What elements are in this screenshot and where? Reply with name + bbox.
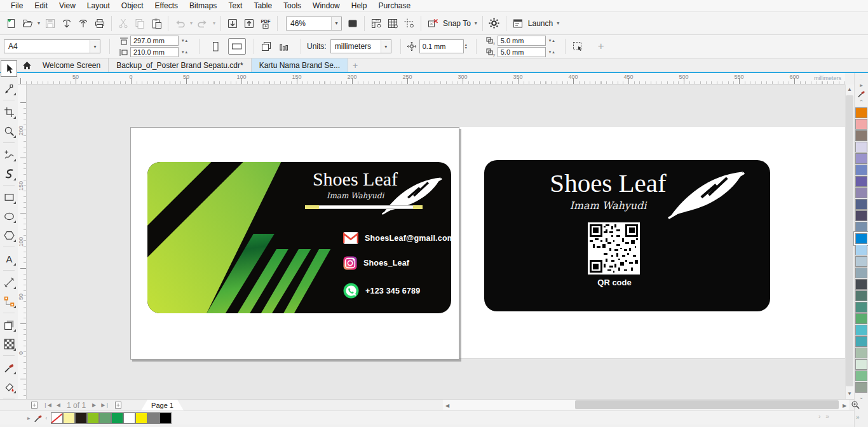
palette-flyout-arrow[interactable]: ▸ — [860, 81, 863, 90]
palette-swatch[interactable] — [855, 359, 867, 370]
docpalette-flyout-arrow[interactable]: ▸ — [25, 415, 32, 421]
horizontal-scrollbar[interactable]: ◀ ▶ — [443, 400, 849, 410]
tool-transparency[interactable] — [1, 336, 17, 352]
launch-caret[interactable]: ▾ — [555, 20, 561, 26]
docpalette-swatch[interactable] — [147, 412, 159, 424]
set-size-current-page-button[interactable] — [275, 38, 293, 55]
docpalette-swatch[interactable] — [159, 412, 172, 424]
palette-swatch[interactable] — [855, 107, 867, 118]
portrait-orientation-button[interactable] — [207, 38, 224, 55]
docpalette-eyedropper-icon[interactable] — [34, 414, 43, 423]
tool-polygon[interactable] — [1, 227, 17, 243]
palette-expand-icon[interactable]: » — [856, 414, 860, 421]
duplicate-distance-x-field[interactable]: 5.0 mm — [498, 36, 546, 46]
docpalette-swatch[interactable] — [111, 412, 123, 424]
document-navigator-icon[interactable] — [850, 399, 860, 410]
tool-artistic-media[interactable] — [1, 165, 17, 182]
menu-window[interactable]: Window — [307, 0, 346, 12]
tool-drop-shadow[interactable] — [1, 316, 17, 333]
scroll-down-arrow[interactable]: ▼ — [845, 389, 854, 398]
palette-swatch[interactable] — [855, 302, 867, 313]
show-guidelines-button[interactable] — [401, 15, 417, 32]
menu-view[interactable]: View — [53, 0, 81, 12]
tool-pick[interactable] — [1, 60, 17, 77]
redo-dropdown-caret[interactable]: ▾ — [211, 20, 217, 26]
palette-swatch[interactable] — [855, 256, 867, 267]
new-tab-button[interactable]: + — [348, 58, 362, 72]
menu-text[interactable]: Text — [222, 0, 248, 12]
launch-icon[interactable] — [510, 15, 526, 32]
page-height-spinner[interactable]: ▾▴ — [180, 50, 190, 55]
open-from-cloud-button[interactable] — [58, 15, 75, 32]
menu-effects[interactable]: Effects — [149, 0, 184, 12]
page-width-field[interactable]: 297.0 mm — [130, 36, 179, 46]
snap-to-label[interactable]: Snap To — [443, 19, 471, 28]
tab-backup-poster[interactable]: Backup_of_Poster Brand Sepatu.cdr* — [109, 58, 251, 72]
last-page-arrow[interactable]: ▶❘ — [98, 402, 112, 408]
units-combo[interactable]: millimeters ▾ — [330, 39, 391, 53]
palette-swatch[interactable] — [855, 325, 867, 336]
status-bar-overflow-icons[interactable]: ›» — [818, 413, 834, 420]
tab-welcome-screen[interactable]: Welcome Screen — [35, 58, 109, 72]
show-rulers-button[interactable] — [368, 15, 384, 32]
palette-swatch[interactable] — [855, 370, 867, 381]
snap-to-caret[interactable]: ▾ — [473, 20, 479, 26]
set-size-all-pages-button[interactable] — [257, 38, 275, 55]
publish-to-pdf-button[interactable]: PDF — [257, 15, 274, 32]
docpalette-swatch[interactable] — [135, 412, 147, 424]
menu-object[interactable]: Object — [116, 0, 149, 12]
menu-help[interactable]: Help — [346, 0, 373, 12]
menu-file[interactable]: File — [5, 0, 29, 12]
undo-dropdown-caret[interactable]: ▾ — [188, 20, 194, 26]
docpalette-swatch[interactable] — [63, 412, 75, 424]
page-size-preset-combo[interactable]: A4 ▾ — [4, 39, 100, 53]
zoom-level-combo[interactable]: 46% ▾ — [286, 17, 342, 30]
business-card-front[interactable]: Shoes Leaf Imam Wahyudi ShoesLeaf@gmail.… — [147, 162, 451, 313]
tool-crop[interactable] — [1, 104, 17, 120]
undo-button[interactable] — [172, 15, 188, 32]
palette-swatch[interactable] — [855, 279, 867, 290]
full-screen-preview-button[interactable] — [344, 15, 361, 32]
nudge-distance-field[interactable]: 0.1 mm — [419, 39, 464, 53]
save-button[interactable] — [42, 15, 58, 32]
business-card-back[interactable]: Shoes Leaf Imam Wahyudi QR code — [484, 160, 770, 311]
show-grid-button[interactable] — [384, 15, 401, 32]
add-page-after-icon[interactable] — [112, 401, 125, 409]
launch-label[interactable]: Launch — [528, 19, 553, 28]
nudge-spinner[interactable]: ▴▾ — [464, 43, 468, 50]
open-dropdown-caret[interactable]: ▾ — [36, 20, 42, 26]
export-button[interactable] — [241, 15, 257, 32]
paste-button[interactable] — [148, 15, 165, 32]
palette-swatch[interactable] — [855, 187, 867, 198]
palette-swatch[interactable] — [855, 165, 867, 175]
docpalette-swatch[interactable] — [123, 412, 135, 424]
palette-swatch[interactable] — [855, 199, 867, 210]
horizontal-ruler[interactable]: millimeters 5005010015020025030035040045… — [18, 73, 845, 85]
page-height-field[interactable]: 210.0 mm — [130, 47, 179, 57]
docpalette-swatch[interactable] — [75, 412, 87, 424]
duplicate-x-spinner[interactable]: ▾▴ — [548, 38, 557, 43]
page-1-tab[interactable]: Page 1 — [141, 400, 184, 410]
menu-purchase[interactable]: Purchase — [372, 0, 416, 12]
scroll-left-arrow[interactable]: ◀ — [443, 401, 452, 410]
treat-as-filled-button[interactable] — [569, 38, 587, 55]
palette-swatch[interactable] — [855, 153, 867, 164]
horizontal-scrollbar-thumb[interactable] — [575, 400, 839, 409]
palette-swatch[interactable] — [855, 336, 867, 347]
menu-layout[interactable]: Layout — [81, 0, 116, 12]
tool-freehand[interactable] — [1, 146, 17, 163]
new-document-button[interactable] — [3, 15, 19, 32]
duplicate-distance-y-field[interactable]: 5.0 mm — [498, 47, 546, 57]
tool-color-eyedropper[interactable] — [1, 359, 17, 376]
palette-swatch[interactable] — [855, 348, 867, 358]
palette-swatch[interactable] — [855, 290, 867, 301]
add-page-before-icon[interactable] — [28, 401, 41, 409]
landscape-orientation-button[interactable] — [228, 38, 246, 55]
tool-zoom[interactable] — [1, 123, 17, 139]
copy-button[interactable] — [132, 15, 148, 32]
customize-propbar-plus[interactable]: + — [598, 40, 604, 53]
zoom-combo-caret[interactable]: ▾ — [331, 17, 341, 30]
duplicate-y-spinner[interactable]: ▾▴ — [548, 50, 557, 55]
import-button[interactable] — [224, 15, 241, 32]
options-gear-icon[interactable] — [486, 15, 503, 32]
